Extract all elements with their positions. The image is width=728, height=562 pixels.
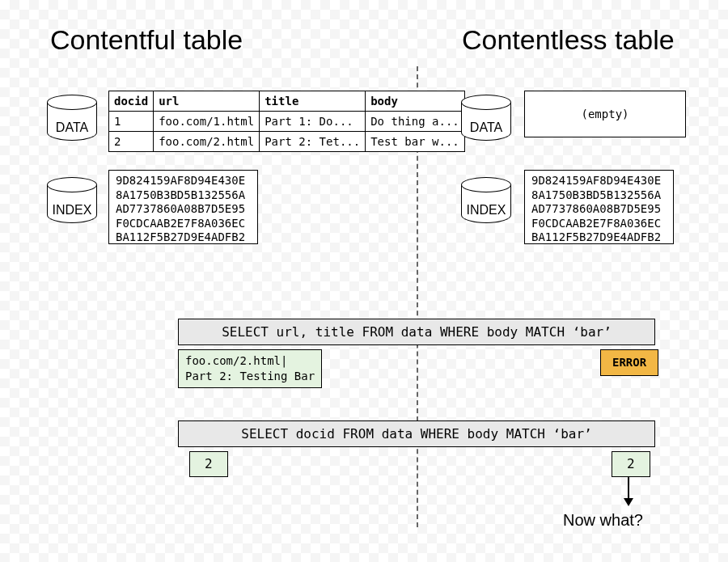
- index-dump-right: 9D824159AF8D94E430E 8A1750B3BD5B132556A …: [524, 170, 674, 244]
- heading-contentful: Contentful table: [50, 24, 243, 56]
- query-1-result-right: ERROR: [600, 349, 658, 376]
- now-what-label: Now what?: [563, 511, 643, 530]
- table-header-row: docid url title body: [109, 91, 465, 112]
- index-cylinder-left: INDEX: [47, 184, 97, 223]
- index-cylinder-right-label: INDEX: [462, 203, 510, 218]
- empty-data-box: (empty): [524, 91, 686, 137]
- col-url: url: [154, 91, 260, 112]
- table-row: 1 foo.com/1.html Part 1: Do... Do thing …: [109, 112, 465, 132]
- index-cylinder-right: INDEX: [461, 184, 511, 223]
- table-row: 2 foo.com/2.html Part 2: Tet... Test bar…: [109, 132, 465, 152]
- query-1-result-left: foo.com/2.html| Part 2: Testing Bar: [178, 349, 322, 388]
- data-cylinder-right-label: DATA: [462, 120, 510, 135]
- index-dump-left: 9D824159AF8D94E430E 8A1750B3BD5B132556A …: [108, 170, 258, 244]
- query-2-result-left: 2: [189, 451, 228, 477]
- data-cylinder-right: DATA: [461, 102, 511, 141]
- query-2-bar: SELECT docid FROM data WHERE body MATCH …: [178, 420, 655, 447]
- heading-contentless: Contentless table: [462, 24, 675, 56]
- col-docid: docid: [109, 91, 154, 112]
- col-title: title: [260, 91, 366, 112]
- index-cylinder-left-label: INDEX: [48, 203, 96, 218]
- query-1-bar: SELECT url, title FROM data WHERE body M…: [178, 319, 655, 345]
- col-body: body: [366, 91, 465, 112]
- content-table: docid url title body 1 foo.com/1.html Pa…: [108, 91, 465, 152]
- data-cylinder-left-label: DATA: [48, 120, 96, 135]
- data-cylinder-left: DATA: [47, 102, 97, 141]
- query-2-result-right: 2: [612, 451, 650, 477]
- arrow-down-icon: [628, 477, 629, 505]
- empty-label: (empty): [581, 108, 629, 120]
